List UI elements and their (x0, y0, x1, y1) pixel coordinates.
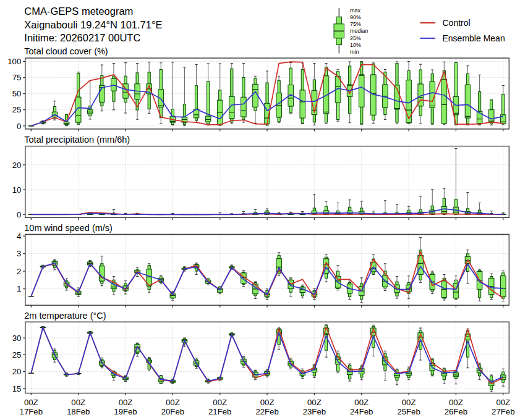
svg-text:Total cloud cover (%): Total cloud cover (%) (24, 46, 108, 56)
svg-text:19Feb: 19Feb (114, 407, 137, 416)
svg-text:22Feb: 22Feb (255, 407, 278, 416)
svg-text:00Z: 00Z (260, 398, 275, 407)
svg-text:00Z: 00Z (119, 398, 133, 407)
svg-text:00Z: 00Z (24, 398, 38, 407)
svg-text:20: 20 (12, 161, 22, 170)
svg-text:20Feb: 20Feb (161, 407, 184, 416)
svg-text:00Z: 00Z (71, 398, 85, 407)
svg-text:2m temperature (°C): 2m temperature (°C) (24, 311, 106, 321)
svg-text:00Z: 00Z (449, 398, 463, 407)
svg-text:4: 4 (17, 232, 21, 241)
svg-text:50: 50 (12, 89, 22, 98)
svg-text:Initime: 20260217 00UTC: Initime: 20260217 00UTC (24, 32, 140, 43)
svg-text:Total precipitation (mm/6h): Total precipitation (mm/6h) (24, 135, 130, 145)
svg-text:30: 30 (12, 334, 22, 343)
svg-text:10: 10 (12, 185, 22, 195)
svg-text:2: 2 (17, 267, 21, 276)
svg-text:CMA-GEPS meteogram: CMA-GEPS meteogram (24, 6, 133, 17)
svg-text:20: 20 (12, 367, 22, 376)
svg-text:1: 1 (17, 284, 21, 293)
svg-text:100: 100 (7, 57, 21, 66)
svg-text:00Z: 00Z (402, 398, 416, 407)
svg-text:24Feb: 24Feb (350, 407, 373, 416)
svg-text:17Feb: 17Feb (20, 407, 43, 416)
svg-text:0: 0 (17, 210, 21, 219)
svg-text:25: 25 (12, 350, 22, 359)
svg-text:3: 3 (17, 249, 21, 258)
svg-text:10m wind speed (m/s): 10m wind speed (m/s) (24, 223, 113, 233)
svg-text:00Z: 00Z (213, 398, 227, 407)
svg-text:25%: 25% (350, 35, 361, 41)
svg-text:Ensemble Mean: Ensemble Mean (443, 33, 505, 43)
svg-text:Xaignabouli 19.24°N 101.71°E: Xaignabouli 19.24°N 101.71°E (24, 19, 162, 30)
svg-text:00Z: 00Z (496, 398, 510, 407)
svg-text:10%: 10% (350, 42, 361, 48)
svg-text:00Z: 00Z (166, 398, 180, 407)
svg-text:75: 75 (12, 73, 22, 82)
svg-text:max: max (350, 7, 361, 14)
svg-text:00Z: 00Z (354, 398, 369, 407)
svg-text:90%: 90% (350, 14, 361, 20)
svg-text:23Feb: 23Feb (303, 407, 326, 416)
svg-text:25: 25 (12, 105, 22, 114)
svg-text:Control: Control (443, 18, 471, 28)
svg-text:18Feb: 18Feb (67, 407, 90, 416)
svg-text:26Feb: 26Feb (445, 407, 467, 416)
svg-text:min: min (350, 49, 359, 55)
svg-text:27Feb: 27Feb (492, 407, 514, 416)
svg-text:25Feb: 25Feb (397, 407, 420, 416)
svg-text:21Feb: 21Feb (208, 407, 231, 416)
svg-text:0: 0 (17, 122, 21, 131)
svg-text:00Z: 00Z (307, 398, 322, 407)
svg-text:median: median (350, 28, 369, 34)
svg-text:15: 15 (12, 384, 22, 393)
svg-text:75%: 75% (350, 21, 361, 27)
